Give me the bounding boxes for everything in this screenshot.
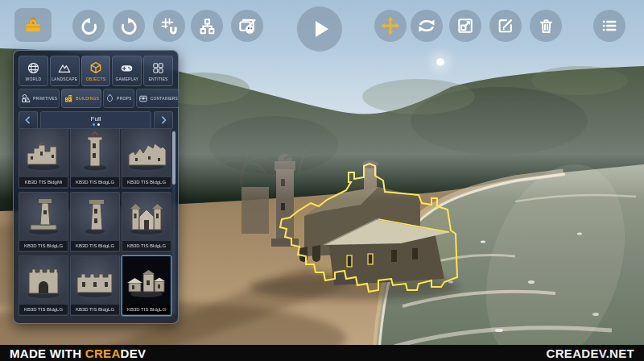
subtab-label: CONTAINERS <box>151 96 178 101</box>
redo-icon <box>120 17 138 35</box>
asset-card[interactable]: KB3D TIS BldgLG <box>70 255 120 316</box>
asset-card[interactable]: KB3D TIS BldgLG <box>122 128 171 189</box>
made-with-text: MADE WITH CREADEV <box>10 346 146 360</box>
asset-card[interactable]: KB3D TIS BldgLG <box>70 128 120 189</box>
tab-entities[interactable]: ENTITIES <box>143 56 173 86</box>
tab-objects[interactable]: OBJECTS <box>81 56 111 86</box>
move-icon <box>381 16 400 35</box>
undo-icon <box>80 17 98 35</box>
scale-button[interactable] <box>449 10 481 42</box>
asset-thumbnail <box>19 193 68 241</box>
paint-layers-icon <box>238 17 257 35</box>
asset-grid: KB3D TIS BldgMi KB3D TIS BldgLG KB3D TIS… <box>19 128 170 316</box>
toolbox-icon <box>23 15 43 35</box>
tab-label: LANDSCAPE <box>52 77 77 81</box>
asset-label: KB3D TIS BldgLG <box>19 305 68 314</box>
puzzle-icon <box>151 61 165 75</box>
subtab-containers[interactable]: CONTAINERS <box>136 89 180 108</box>
page-selector: Full <box>19 111 173 129</box>
subcategory-tabs: PRIMITIVES BUILDINGS PROPS CONTAINERS <box>19 89 173 108</box>
chest-icon <box>138 93 148 103</box>
grid-scrollbar[interactable] <box>172 130 175 313</box>
scale-icon <box>456 17 474 35</box>
creadev-editor: { "toolbar": { "buttons": [ {"name": "to… <box>0 0 644 361</box>
page-name: Full <box>91 115 101 122</box>
asset-thumbnail <box>71 256 119 305</box>
asset-thumbnail <box>71 193 119 241</box>
category-tabs: WORLD LANDSCAPE OBJECTS GAMEPLAY <box>19 56 173 86</box>
gamepad-icon <box>119 61 134 75</box>
list-button[interactable] <box>593 10 625 42</box>
cube-icon <box>89 60 103 75</box>
asset-label: KB3D TIS BldgLG <box>122 177 171 187</box>
play-button[interactable] <box>297 6 342 52</box>
subtab-label: PRIMITIVES <box>33 96 57 101</box>
asset-label: KB3D TIS BldgLG <box>71 177 119 187</box>
edit-icon <box>497 17 514 35</box>
building-icon <box>64 93 73 103</box>
delete-button[interactable] <box>530 10 562 42</box>
asset-card[interactable]: KB3D TIS BldgLG <box>122 192 171 252</box>
toolbox-button[interactable] <box>14 8 52 42</box>
tab-label: ENTITIES <box>149 77 168 81</box>
page-dot <box>93 123 95 126</box>
edit-button[interactable] <box>489 10 522 42</box>
rotate-button[interactable] <box>411 10 443 42</box>
asset-label: KB3D TIS BldgLG <box>71 241 119 251</box>
asset-thumbnail <box>71 129 119 177</box>
asset-label: KB3D TIS BldgLG <box>122 305 171 314</box>
asset-thumbnail <box>122 193 171 241</box>
redo-button[interactable] <box>113 10 145 42</box>
asset-label: KB3D TIS BldgLG <box>19 241 68 251</box>
trash-icon <box>538 18 555 35</box>
page-name-dropdown[interactable]: Full <box>40 111 151 129</box>
play-icon <box>308 17 332 41</box>
list-icon <box>601 17 618 35</box>
move-button[interactable] <box>374 10 407 42</box>
subtab-primitives[interactable]: PRIMITIVES <box>19 89 60 108</box>
tab-label: GAMEPLAY <box>115 77 138 81</box>
asset-card[interactable]: KB3D TIS BldgLG <box>70 192 120 252</box>
tab-gameplay[interactable]: GAMEPLAY <box>112 56 142 86</box>
tab-label: OBJECTS <box>86 77 105 81</box>
subtab-label: PROPS <box>117 96 132 101</box>
hierarchy-icon <box>199 18 216 35</box>
undo-button[interactable] <box>72 10 105 42</box>
chevron-right-icon <box>159 115 167 125</box>
vase-icon <box>105 93 114 103</box>
subtab-buildings[interactable]: BUILDINGS <box>61 89 101 108</box>
asset-card[interactable]: KB3D TIS BldgLG <box>19 255 68 316</box>
object-library-panel: WORLD LANDSCAPE OBJECTS GAMEPLAY <box>13 50 179 324</box>
chevron-left-icon <box>24 115 32 125</box>
grid-scrollbar-thumb[interactable] <box>172 131 175 185</box>
asset-card[interactable]: KB3D TIS BldgLG <box>19 192 68 252</box>
footer-bar: MADE WITH CREADEV CREADEV.NET <box>0 345 644 361</box>
page-dots <box>93 123 100 126</box>
asset-thumbnail <box>19 256 68 305</box>
tab-label: WORLD <box>26 77 42 81</box>
mountain-icon <box>57 61 72 75</box>
asset-card[interactable]: KB3D TIS BldgMi <box>19 128 68 189</box>
brand-dev: DEV <box>121 346 147 360</box>
page-dot <box>97 123 100 126</box>
snap-grid-button[interactable] <box>153 10 185 42</box>
globe-icon <box>27 61 40 75</box>
tab-world[interactable]: WORLD <box>19 56 48 86</box>
asset-label: KB3D TIS BldgLG <box>122 241 171 251</box>
shapes-icon <box>21 93 31 103</box>
asset-thumbnail <box>122 256 171 305</box>
hierarchy-button[interactable] <box>191 10 223 42</box>
rotate-icon <box>417 16 436 35</box>
brand-crea: CREA <box>85 346 121 360</box>
tab-landscape[interactable]: LANDSCAPE <box>50 56 80 86</box>
asset-card-selected[interactable]: KB3D TIS BldgLG <box>122 255 171 316</box>
site-url-text: CREADEV.NET <box>547 346 634 360</box>
prev-page-button[interactable] <box>19 111 38 129</box>
asset-label: KB3D TIS BldgLG <box>71 305 119 314</box>
subtab-props[interactable]: PROPS <box>103 89 134 108</box>
paint-layers-button[interactable] <box>231 10 263 42</box>
snap-grid-icon <box>160 17 179 35</box>
asset-label: KB3D TIS BldgMi <box>19 177 68 187</box>
asset-thumbnail <box>19 129 68 177</box>
next-page-button[interactable] <box>154 111 173 129</box>
